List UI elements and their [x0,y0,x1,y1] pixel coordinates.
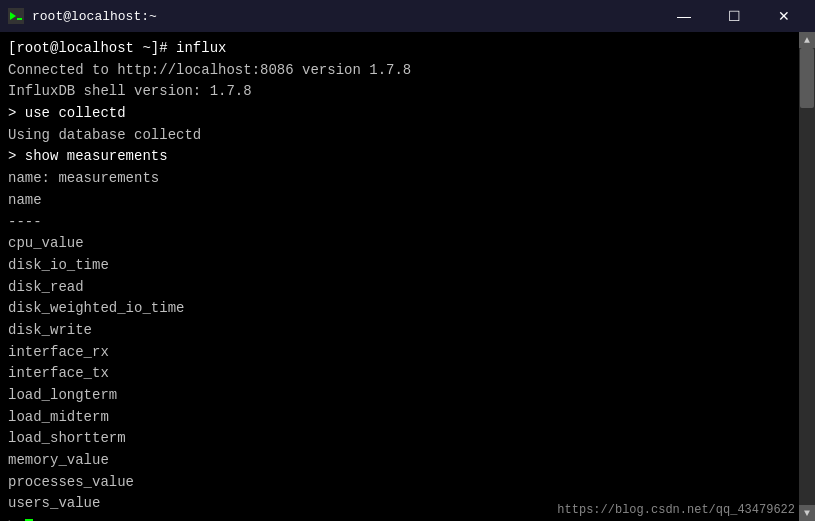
line-21: processes_value [8,472,807,494]
scroll-track[interactable] [799,48,815,505]
line-19: load_shortterm [8,428,807,450]
line-15: interface_rx [8,342,807,364]
scroll-down-arrow[interactable]: ▼ [799,505,815,521]
line-11: disk_io_time [8,255,807,277]
close-button[interactable]: ✕ [761,2,807,30]
line-16: interface_tx [8,363,807,385]
terminal-body[interactable]: [root@localhost ~]# influx Connected to … [0,32,815,521]
line-3: InfluxDB shell version: 1.7.8 [8,81,807,103]
scrollbar[interactable]: ▲ ▼ [799,32,815,521]
line-9: ---- [8,212,807,234]
line-14: disk_write [8,320,807,342]
line-4: > use collectd [8,103,807,125]
maximize-button[interactable]: ☐ [711,2,757,30]
title-bar: root@localhost:~ — ☐ ✕ [0,0,815,32]
line-5: Using database collectd [8,125,807,147]
line-18: load_midterm [8,407,807,429]
line-20: memory_value [8,450,807,472]
line-10: cpu_value [8,233,807,255]
line-7: name: measurements [8,168,807,190]
scroll-thumb[interactable] [800,48,814,108]
minimize-button[interactable]: — [661,2,707,30]
line-6: > show measurements [8,146,807,168]
terminal-icon [8,8,24,24]
line-17: load_longterm [8,385,807,407]
scroll-up-arrow[interactable]: ▲ [799,32,815,48]
line-12: disk_read [8,277,807,299]
line-2: Connected to http://localhost:8086 versi… [8,60,807,82]
terminal-window: root@localhost:~ — ☐ ✕ [root@localhost ~… [0,0,815,521]
title-bar-controls: — ☐ ✕ [661,2,807,30]
line-1: [root@localhost ~]# influx [8,38,807,60]
title-bar-left: root@localhost:~ [8,8,157,24]
line-8: name [8,190,807,212]
watermark: https://blog.csdn.net/qq_43479622 [557,503,795,517]
svg-rect-2 [17,18,22,20]
window-title: root@localhost:~ [32,9,157,24]
line-13: disk_weighted_io_time [8,298,807,320]
